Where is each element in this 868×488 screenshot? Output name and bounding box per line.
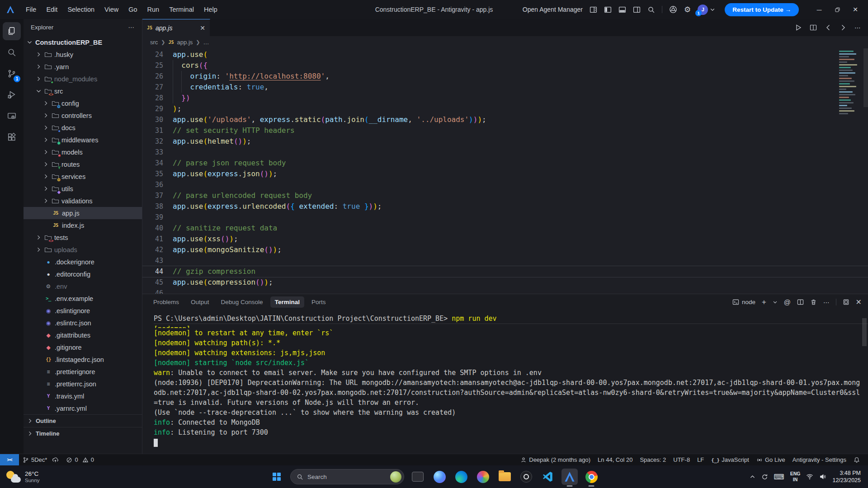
terminal-dropdown-icon[interactable] [773,300,778,305]
volume-icon[interactable] [819,474,826,480]
menu-help[interactable]: Help [199,6,222,13]
problems-item[interactable]: 0 0 [62,454,97,465]
toggle-sidebar-icon[interactable] [604,6,612,14]
language-mode-item[interactable]: {̲} JavaScript [708,454,753,465]
panel-more-actions-icon[interactable]: ⋯ [823,299,830,306]
breadcrumb[interactable]: src ❯ JS app.js ❯ … [142,36,868,48]
tree-item-index.js[interactable]: JSindex.js [24,219,142,231]
section-timeline[interactable]: Timeline [24,427,142,440]
taskbar-search[interactable]: Search [290,469,404,484]
tree-item-.yarn[interactable]: .yarn [24,61,142,73]
kill-terminal-icon[interactable] [810,299,817,305]
code-line-39[interactable]: 39 [142,212,868,223]
settings-sync-item[interactable]: Antigravity - Settings [789,454,850,465]
source-control-icon[interactable]: 1 [3,65,21,83]
wifi-icon[interactable] [806,474,813,480]
chrome-app-icon[interactable] [583,469,599,485]
tree-item-routes[interactable]: Yroutes [24,158,142,170]
tree-item-.husky[interactable]: .husky [24,48,142,61]
edge-app-icon[interactable] [453,469,469,485]
search-icon[interactable] [647,6,655,14]
close-button[interactable]: × [846,1,864,18]
split-editor-icon[interactable] [810,24,817,31]
recorder-app-icon[interactable] [518,469,534,485]
code-line-41[interactable]: 41app.use(xss()); [142,234,868,244]
menu-file[interactable]: File [21,6,41,13]
code-line-30[interactable]: 30app.use('/uploads', express.static(pat… [142,114,868,125]
settings-gear-icon[interactable]: ⚙ [684,5,691,14]
remote-indicator[interactable]: >< [0,454,19,465]
tree-item-node_modules[interactable]: ●node_modules [24,73,142,85]
notifications-bell-icon[interactable] [850,454,863,465]
minimap[interactable] [839,51,861,116]
launch-profile-icon[interactable]: @ [784,298,791,306]
tree-item-.dockerignore[interactable]: ●.dockerignore [24,256,142,268]
code-line-40[interactable]: 40// sanitize request data [142,223,868,234]
terminal[interactable]: PS C:\Users\admin\Desktop\JATIN\Construc… [142,310,868,454]
explorer-icon[interactable] [3,22,21,40]
task-view-button[interactable] [410,469,426,485]
clock[interactable]: 3:48 PM 12/23/2025 [832,469,861,484]
weather-widget[interactable]: 26°C Sunny [0,470,40,483]
tab-close-icon[interactable]: ✕ [200,24,205,32]
navigate-forward-icon[interactable] [840,24,847,31]
code-line-26[interactable]: 26 origin: 'http://localhost:8080', [142,71,868,82]
encoding-item[interactable]: UTF-8 [670,454,693,465]
go-live-item[interactable]: Go Live [753,454,789,465]
minimize-button[interactable]: ─ [810,1,828,18]
toggle-secondary-sidebar-icon[interactable] [633,6,641,14]
tray-update-icon[interactable] [761,474,768,480]
split-terminal-icon[interactable] [797,299,804,305]
account-avatar[interactable]: J 1 [698,5,715,15]
code-line-28[interactable]: 28 }) [142,93,868,103]
terminal-scrollbar[interactable] [862,318,867,346]
blame-item[interactable]: Deepak (2 months ago) [517,454,594,465]
panel-tab-ports[interactable]: Ports [307,296,330,308]
tree-item-docs[interactable]: ●docs [24,122,142,134]
tree-item-.eslintignore[interactable]: ◉.eslintignore [24,305,142,317]
code-line-43[interactable]: 43 [142,255,868,266]
code-line-24[interactable]: 24app.use( [142,49,868,60]
code-line-35[interactable]: 35app.use(express.json()); [142,169,868,179]
explorer-more-actions-icon[interactable]: ⋯ [128,23,135,31]
tree-item-middlewares[interactable]: ✱middlewares [24,134,142,146]
panel-tab-terminal[interactable]: Terminal [270,296,304,308]
tree-item-services[interactable]: ⚙services [24,170,142,183]
tree-item-.gitattributes[interactable]: ◆.gitattributes [24,329,142,341]
menu-run[interactable]: Run [142,6,165,13]
tree-item-utils[interactable]: ◆utils [24,183,142,195]
tree-item-app.js[interactable]: JSapp.js [24,207,142,219]
vscode-app-icon[interactable] [540,469,556,485]
tree-item-tests[interactable]: <>tests [24,231,142,244]
run-file-icon[interactable] [795,24,802,31]
tree-item-.editorconfig[interactable]: ●.editorconfig [24,268,142,280]
tree-item-ConstructionERP_BE[interactable]: ConstructionERP_BE [24,36,142,48]
tree-item-.gitignore[interactable]: ◆.gitignore [24,341,142,353]
code-line-38[interactable]: 38app.use(express.urlencoded({ extended:… [142,201,868,212]
tree-item-.prettierignore[interactable]: ≡.prettierignore [24,366,142,378]
tree-item-uploads[interactable]: uploads [24,244,142,256]
menu-edit[interactable]: Edit [41,6,62,13]
tree-item-.prettierrc.json[interactable]: ≡.prettierrc.json [24,378,142,390]
code-line-44[interactable]: 44// gzip compression [142,266,868,277]
tree-item-.travis.yml[interactable]: Y.travis.yml [24,390,142,402]
tree-item-models[interactable]: ■models [24,146,142,158]
cursor-position-item[interactable]: Ln 44, Col 20 [594,454,636,465]
tab-app-js[interactable]: JS app.js ✕ [142,19,210,36]
restart-to-update-button[interactable]: Restart to Update → [725,3,799,16]
panel-tab-output[interactable]: Output [186,296,214,308]
tree-item-validations[interactable]: validations [24,195,142,207]
maximize-panel-icon[interactable] [843,299,849,305]
tree-item-.eslintrc.json[interactable]: ◉.eslintrc.json [24,317,142,329]
menu-terminal[interactable]: Terminal [164,6,199,13]
code-line-25[interactable]: 25 cors({ [142,60,868,71]
copilot-app-icon[interactable] [431,469,448,485]
run-debug-icon[interactable] [3,86,21,104]
section-outline[interactable]: Outline [24,414,142,427]
code-line-36[interactable]: 36 [142,179,868,190]
editor-more-actions-icon[interactable]: ⋯ [854,24,861,31]
language-indicator[interactable]: ENGIN [790,471,801,483]
panel-tab-debug-console[interactable]: Debug Console [217,296,268,308]
panel-tab-problems[interactable]: Problems [149,296,184,308]
editor-scrollbar[interactable] [863,48,868,107]
